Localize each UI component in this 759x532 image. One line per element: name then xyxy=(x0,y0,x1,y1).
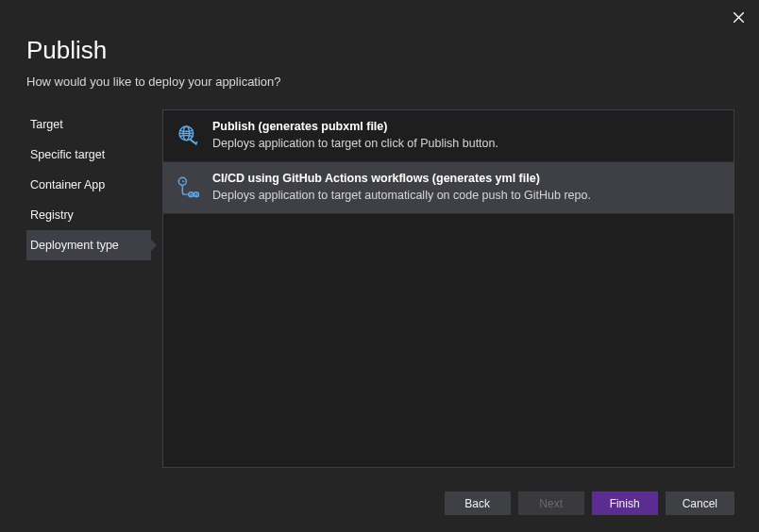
step-label: Target xyxy=(30,118,63,131)
option-cicd-github[interactable]: CI/CD using GitHub Actions workflows (ge… xyxy=(163,162,734,214)
finish-button[interactable]: Finish xyxy=(592,491,658,515)
step-label: Specific target xyxy=(30,148,105,161)
option-title: Publish (generates pubxml file) xyxy=(212,120,720,133)
back-button[interactable]: Back xyxy=(445,491,511,515)
option-description: Deploys application to target on click o… xyxy=(212,137,720,150)
close-button[interactable] xyxy=(731,9,746,25)
steps-nav: Target Specific target Container App Reg… xyxy=(26,109,151,468)
next-button: Next xyxy=(518,491,584,515)
step-registry[interactable]: Registry xyxy=(26,200,151,230)
option-publish-pubxml[interactable]: Publish (generates pubxml file) Deploys … xyxy=(163,110,734,162)
option-title: CI/CD using GitHub Actions workflows (ge… xyxy=(212,172,720,185)
step-deployment-type[interactable]: Deployment type xyxy=(26,230,151,260)
page-subtitle: How would you like to deploy your applic… xyxy=(26,75,733,89)
close-icon xyxy=(734,12,744,23)
step-specific-target[interactable]: Specific target xyxy=(26,140,151,170)
step-label: Deployment type xyxy=(30,239,119,252)
page-title: Publish xyxy=(26,36,733,65)
step-container-app[interactable]: Container App xyxy=(26,170,151,200)
step-label: Registry xyxy=(30,208,74,222)
cicd-workflow-icon xyxy=(175,174,201,200)
options-panel: Publish (generates pubxml file) Deploys … xyxy=(162,109,734,468)
publish-globe-icon xyxy=(175,122,201,148)
cancel-button[interactable]: Cancel xyxy=(666,491,734,515)
option-description: Deploys application to target automatica… xyxy=(212,189,720,202)
step-target[interactable]: Target xyxy=(26,109,151,140)
step-label: Container App xyxy=(30,178,105,191)
